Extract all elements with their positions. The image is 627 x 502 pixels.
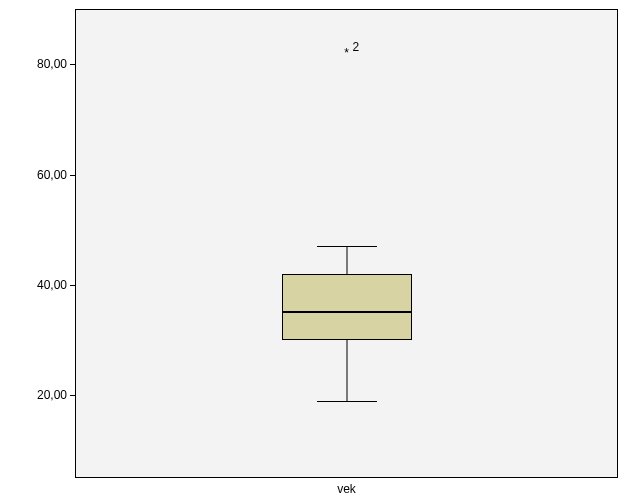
ytick-label: 80,00 (33, 57, 67, 71)
ytick-mark (70, 64, 75, 65)
whisker-cap-upper (317, 246, 377, 247)
ytick-mark (70, 395, 75, 396)
whisker-cap-lower (317, 401, 377, 402)
outlier-marker: * (344, 47, 349, 59)
median-line (282, 311, 412, 313)
ytick-mark (70, 175, 75, 176)
ytick-label: 40,00 (33, 278, 67, 292)
boxplot-chart: 20,0040,0060,0080,00vek*2 (0, 0, 627, 502)
whisker-upper (346, 246, 347, 274)
ytick-label: 60,00 (33, 168, 67, 182)
ytick-mark (70, 285, 75, 286)
ytick-label: 20,00 (33, 388, 67, 402)
xtick-label: vek (337, 482, 356, 496)
iqr-box (282, 274, 412, 340)
whisker-lower (346, 340, 347, 401)
plot-area (75, 9, 618, 478)
outlier-label: 2 (353, 41, 360, 53)
